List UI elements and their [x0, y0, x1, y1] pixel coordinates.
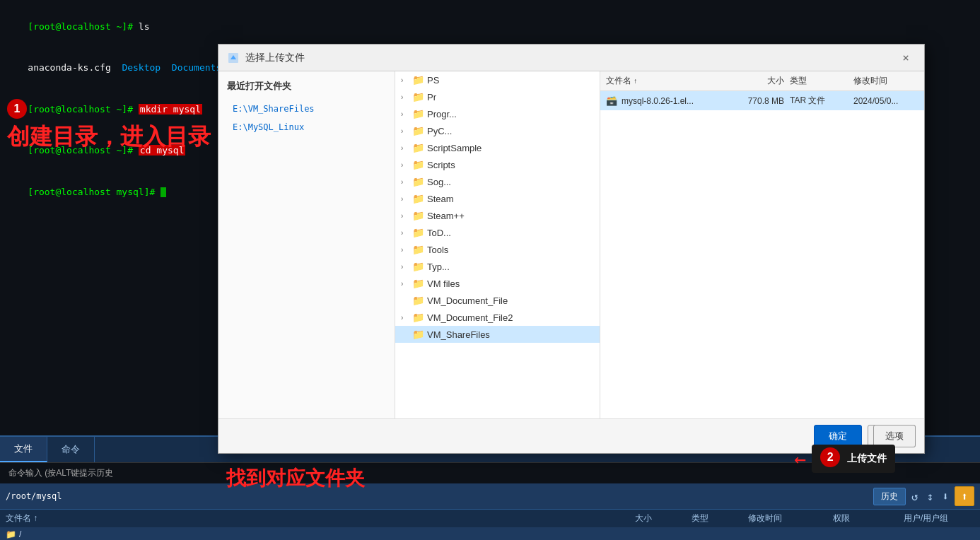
recent-item-0[interactable]: E:\VM_ShareFiles [227, 100, 386, 118]
folder-icon: 📁 [412, 329, 424, 340]
folder-icon: 📁 [412, 244, 424, 255]
folder-icon: 📁 [412, 176, 424, 187]
chevron-icon: › [401, 246, 409, 254]
col-filename[interactable]: 文件名 ↑ [606, 75, 721, 87]
folder-item-ToD[interactable]: › 📁 ToD... [395, 224, 600, 241]
col-type[interactable]: 类型 [784, 75, 848, 87]
chevron-icon: › [401, 195, 409, 203]
col-size[interactable]: 大小 [721, 75, 784, 87]
folder-item-Steam[interactable]: › 📁 Steam [395, 190, 600, 207]
dialog-titlebar: 选择上传文件 × [218, 45, 924, 71]
tab-command[interactable]: 命令 [47, 437, 95, 462]
bottom-file-header: 文件名 ↑ 大小 类型 修改时间 权限 用户/用户组 [0, 510, 980, 527]
step2-label: 上传文件 [847, 452, 887, 464]
bottom-root-row[interactable]: 📁 / [0, 527, 980, 540]
recent-item-1[interactable]: E:\MySQL_Linux [227, 118, 386, 136]
tab-file[interactable]: 文件 [0, 437, 47, 462]
dialog-title: 选择上传文件 [227, 52, 305, 64]
chevron-icon: › [401, 263, 409, 271]
file-name: mysql-8.0.26-1.el... [622, 96, 721, 106]
file-upload-dialog[interactable]: 选择上传文件 × 最近打开文件夹 E:\VM_ShareFiles E:\MyS… [218, 44, 925, 454]
recent-folders-panel: 最近打开文件夹 E:\VM_ShareFiles E:\MySQL_Linux [218, 71, 395, 418]
folder-item-Typ[interactable]: › 📁 Typ... [395, 258, 600, 275]
folder-icon: 📁 [412, 108, 424, 119]
file-row-mysql[interactable]: 🗃️ mysql-8.0.26-1.el... 770.8 MB TAR 文件 … [600, 91, 924, 110]
folder-item-Progr[interactable]: › 📁 Progr... [395, 105, 600, 122]
cursor [161, 187, 166, 197]
chevron-icon: › [401, 212, 409, 220]
folder-icon: 📁 [412, 74, 424, 86]
history-button[interactable]: 历史 [873, 488, 906, 505]
folder-icon: 📁 [412, 295, 424, 306]
folder-item-PS[interactable]: › 📁 PS [395, 71, 600, 88]
folder-item-SteamPP[interactable]: › 📁 Steam++ [395, 207, 600, 224]
sync-icon[interactable]: ↕ [924, 488, 937, 505]
chevron-icon: › [401, 76, 409, 84]
file-icon: 🗃️ [606, 95, 617, 106]
step2-container: 2 上传文件 [812, 445, 895, 473]
step1-annotation: 1 创建目录，进入目录 [7, 92, 211, 153]
bottom-col-size: 大小 [635, 512, 692, 524]
step2-badge: 2 [820, 447, 840, 467]
folder-item-VMShareFiles[interactable]: › 📁 VM_ShareFiles [395, 326, 600, 343]
bottom-col-user: 用户/用户组 [904, 512, 974, 524]
file-list-panel: 文件名 ↑ 大小 类型 修改时间 🗃️ mysql-8.0.26-1.el...… [600, 71, 924, 418]
folder-icon: 📁 [412, 227, 424, 238]
folder-icon: 📁 [412, 261, 424, 272]
chevron-icon: › [401, 280, 409, 288]
chevron-icon: › [401, 161, 409, 169]
folder-icon: 📁 [412, 142, 424, 153]
upload-button[interactable]: ⬆ [955, 486, 974, 506]
folder-item-ScriptSample[interactable]: › 📁 ScriptSample [395, 139, 600, 156]
col-date[interactable]: 修改时间 [848, 75, 918, 87]
bottom-col-filename: 文件名 ↑ [6, 512, 635, 524]
chevron-icon: › [401, 229, 409, 237]
upload-icon [227, 52, 240, 64]
dialog-annotation: 找到对应文件夹 [226, 465, 365, 492]
folder-item-VMDocumentFile[interactable]: › 📁 VM_Document_File [395, 292, 600, 309]
terminal-prompt: [root@localhost ~]# [28, 21, 139, 32]
sort-arrow: ↑ [634, 77, 637, 85]
dialog-close-button[interactable]: × [896, 48, 916, 68]
chevron-icon: › [401, 127, 409, 135]
folder-icon: 📁 [412, 125, 424, 136]
folder-icon: 📁 [412, 159, 424, 170]
chevron-icon: › [401, 314, 409, 322]
bottom-toolbar: /root/mysql 历史 ↺ ↕ ⬇ ⬆ [0, 483, 980, 510]
terminal-line-1: [root@localhost ~]# ls [6, 6, 974, 47]
folder-item-Scripts[interactable]: › 📁 Scripts [395, 156, 600, 173]
bottom-col-type: 类型 [692, 512, 748, 524]
folder-icon: 📁 [412, 193, 424, 204]
file-type: TAR 文件 [784, 95, 848, 107]
step2-annotation: ← 2 上传文件 [794, 445, 895, 473]
recent-label: 最近打开文件夹 [227, 80, 386, 93]
folder-icon: 📁 [412, 210, 424, 221]
file-list-body[interactable]: 🗃️ mysql-8.0.26-1.el... 770.8 MB TAR 文件 … [600, 91, 924, 418]
folder-item-VMDocumentFile2[interactable]: › 📁 VM_Document_File2 [395, 309, 600, 326]
folder-icon: 📁 [6, 529, 16, 539]
folder-item-PyC[interactable]: › 📁 PyC... [395, 122, 600, 139]
command-hint-text: 命令输入 (按ALT键提示历史 [8, 467, 113, 479]
chevron-icon: › [401, 144, 409, 152]
current-path: /root/mysql [6, 491, 870, 501]
bottom-col-perm: 权限 [833, 512, 904, 524]
refresh-icon[interactable]: ↺ [909, 488, 921, 505]
file-list-header: 文件名 ↑ 大小 类型 修改时间 [600, 71, 924, 91]
folder-item-Pr[interactable]: › 📁 Pr [395, 88, 600, 105]
file-date: 2024/05/0... [848, 96, 918, 106]
chevron-icon: › [401, 93, 409, 101]
folder-icon: 📁 [412, 312, 424, 323]
file-size: 770.8 MB [721, 96, 784, 106]
dialog-body: 最近打开文件夹 E:\VM_ShareFiles E:\MySQL_Linux … [218, 71, 924, 418]
bottom-col-mtime: 修改时间 [748, 512, 833, 524]
step1-badge: 1 [7, 99, 27, 119]
chevron-icon: › [401, 110, 409, 118]
chevron-icon: › [401, 178, 409, 186]
download-icon[interactable]: ⬇ [939, 488, 952, 505]
folder-icon: 📁 [412, 91, 424, 102]
red-arrow-icon: ← [794, 447, 806, 471]
folder-item-Sog[interactable]: › 📁 Sog... [395, 173, 600, 190]
folder-item-VMfiles[interactable]: › 📁 VM files [395, 275, 600, 292]
folder-item-Tools[interactable]: › 📁 Tools [395, 241, 600, 258]
folder-tree-panel[interactable]: › 📁 PS › 📁 Pr › 📁 Progr... › 📁 PyC... › [395, 71, 600, 418]
